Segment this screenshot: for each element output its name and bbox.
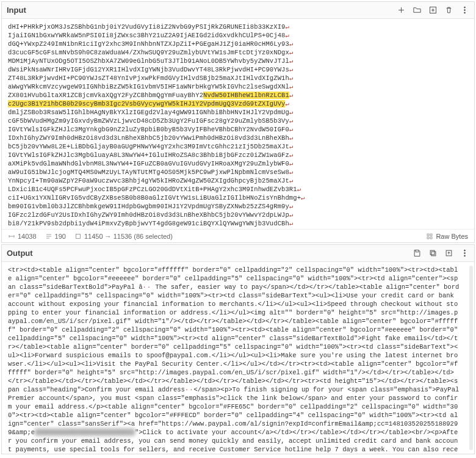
input-header: Input <box>2 2 474 19</box>
save-icon[interactable] <box>412 249 422 258</box>
svg-point-14 <box>464 255 465 256</box>
output-text-content[interactable]: <tr><td><table align="center" bgcolor="#… <box>8 266 468 454</box>
svg-rect-6 <box>430 234 432 236</box>
selection-icon <box>74 233 82 240</box>
input-text-content[interactable]: dHI+PHRkPjxOM3JsZSBhbG1nbj0iY2VudGVyIi8i… <box>8 23 468 229</box>
input-title: Input <box>7 5 26 15</box>
scrollbar[interactable] <box>469 266 473 450</box>
output-body[interactable]: <tr><td><table align="center" bgcolor="#… <box>2 262 474 454</box>
output-pane: Output <tr><td><table align="center" bgc… <box>1 244 475 454</box>
output-header: Output <box>2 245 474 262</box>
svg-point-13 <box>464 253 465 254</box>
selection-value: 11450 → 11536 (86 selected) <box>84 233 173 240</box>
svg-point-12 <box>464 250 465 251</box>
selection-indicator: 11450 → 11536 (86 selected) <box>74 233 173 240</box>
output-toolbar <box>412 249 469 258</box>
length-value: 14038 <box>18 233 37 240</box>
raw-bytes-toggle[interactable]: Raw Bytes <box>426 233 468 240</box>
svg-point-3 <box>464 12 465 13</box>
more-icon[interactable] <box>460 5 469 15</box>
input-statusbar: 14038 190 11450 → 11536 (86 selected) Ra… <box>2 229 474 242</box>
trash-icon[interactable] <box>444 5 453 15</box>
folder-icon[interactable] <box>412 5 422 15</box>
export-icon[interactable] <box>444 249 453 258</box>
svg-rect-4 <box>76 234 80 238</box>
length-icon <box>8 233 15 240</box>
output-title: Output <box>7 249 33 258</box>
lines-value: 190 <box>55 233 66 240</box>
copy-icon[interactable] <box>428 249 438 258</box>
input-toolbar <box>396 5 469 15</box>
input-pane: Input dHI+PHRkPjxOM3JsZSBhbG1nbj0iY2VudG… <box>1 1 475 243</box>
plus-icon[interactable] <box>396 5 406 15</box>
lines-icon <box>45 233 52 240</box>
svg-rect-7 <box>427 237 429 239</box>
more-icon[interactable] <box>460 249 469 258</box>
svg-rect-8 <box>430 237 432 239</box>
bytes-icon <box>426 233 433 240</box>
raw-bytes-label: Raw Bytes <box>436 233 468 240</box>
svg-rect-10 <box>430 250 435 255</box>
input-body[interactable]: dHI+PHRkPjxOM3JsZSBhbG1nbj0iY2VudGVyIi8i… <box>2 19 474 229</box>
svg-rect-9 <box>431 252 436 256</box>
svg-point-1 <box>464 7 465 8</box>
length-indicator: 14038 <box>8 233 37 240</box>
import-icon[interactable] <box>428 5 438 15</box>
svg-rect-5 <box>427 234 429 236</box>
svg-point-2 <box>464 10 465 11</box>
lines-indicator: 190 <box>45 233 66 240</box>
